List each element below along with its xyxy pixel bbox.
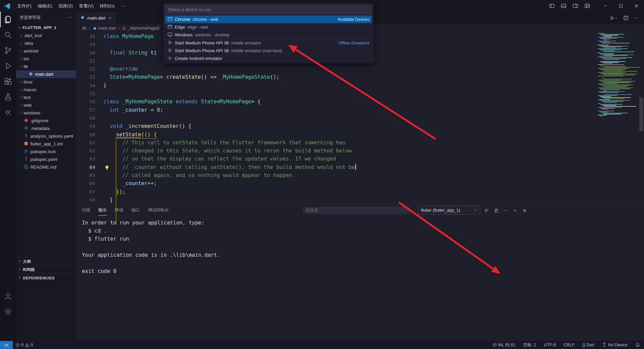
problems-status[interactable]: 0 0 (15, 343, 33, 347)
code-line-57[interactable]: 57int _counter = 0; (76, 106, 644, 114)
code-line-53[interactable]: 53State<MyHomePage> createState() => _My… (76, 73, 644, 81)
tree-item-macos[interactable]: macos (16, 86, 76, 94)
activity-search[interactable] (0, 27, 16, 43)
activity-accounts[interactable] (0, 288, 16, 304)
code-line-54[interactable]: 54} (76, 81, 644, 90)
menu-item[interactable]: 编辑(E) (35, 0, 55, 12)
remote-indicator[interactable] (0, 341, 13, 349)
quick-pick-input[interactable] (165, 5, 372, 14)
activity-explorer[interactable] (0, 12, 16, 27)
tree-item-flutter-app-1-iml[interactable]: flutter_app_1.iml (16, 140, 76, 148)
notifications-bell-button[interactable] (635, 343, 640, 347)
tree-item-web[interactable]: web (16, 101, 76, 109)
tree-item-lib[interactable]: lib (16, 63, 76, 70)
panel-tab-输出[interactable]: 输出 (98, 205, 107, 216)
device-item[interactable]: Create Android emulator (165, 55, 372, 62)
run-or-debug-button[interactable] (609, 15, 618, 21)
breadcrumb-item[interactable]: main.dart (93, 26, 116, 31)
menu-item[interactable]: 文件(F) (14, 0, 35, 12)
sidebar-more-actions-icon[interactable] (68, 15, 73, 21)
minimap[interactable] (598, 33, 638, 117)
device-item[interactable]: Start Medium Phone API 36mobile emulator… (165, 39, 372, 47)
tree-item-linux[interactable]: linux (16, 78, 76, 86)
project-root-row[interactable]: FLUTTER_APP_1 (16, 24, 76, 32)
activity-references[interactable] (0, 105, 16, 120)
code-line-60[interactable]: 60setState(() { (76, 131, 644, 139)
editor-more-actions-button[interactable] (634, 15, 639, 21)
tree-item-android[interactable]: android (16, 47, 76, 55)
tree-item--dart-tool[interactable]: .dart_tool (16, 32, 76, 39)
status--dart[interactable]: {} Dart (582, 343, 594, 347)
tree-item-windows[interactable]: windows (16, 109, 76, 117)
activity-extensions[interactable] (0, 74, 16, 89)
status--64-81[interactable]: 行 64, 列 81 (493, 342, 515, 348)
code-line-56[interactable]: 56class _MyHomePageState extends State<M… (76, 98, 644, 106)
device-item[interactable]: Start Medium Phone API 36mobile emulator… (165, 47, 372, 55)
code-line-68[interactable]: 68} (76, 196, 644, 204)
panel-tab-调试控制台[interactable]: 调试控制台 (148, 205, 169, 215)
panel-tab-问题[interactable]: 问题 (82, 205, 90, 215)
close-window-button[interactable] (629, 0, 644, 12)
code-line-61[interactable]: 61// This call to setState tells the Flu… (76, 139, 644, 147)
activity-testing[interactable] (0, 89, 16, 105)
toggle-word-wrap-button[interactable] (484, 208, 489, 213)
breadcrumb-item[interactable]: lib (82, 26, 87, 31)
split-editor-button[interactable] (623, 15, 629, 21)
maximize-panel-button[interactable] (513, 208, 518, 213)
sidebar-section-DEPENDENCIES[interactable]: DEPENDENCIES (16, 274, 76, 282)
code-line-66[interactable]: 66_counter++; (76, 179, 644, 187)
minimize-button[interactable] (598, 0, 613, 12)
panel-tab-端口[interactable]: 端口 (131, 205, 140, 215)
menu-item[interactable]: 转到(G) (97, 0, 118, 12)
tree-item-test[interactable]: test (16, 94, 76, 101)
status-crlf[interactable]: CRLF (564, 343, 575, 347)
code-line-64[interactable]: 64// _counter without calling setState()… (76, 163, 644, 171)
tree-item-pubspec-yaml[interactable]: pubspec.yaml (16, 155, 76, 163)
layout-panel-button[interactable] (561, 3, 567, 9)
activity-run-debug[interactable] (0, 58, 16, 74)
code-line-63[interactable]: 63// so that the display can reflect the… (76, 155, 644, 163)
close-icon (522, 208, 527, 213)
close-panel-button[interactable] (522, 208, 527, 213)
status-utf-8[interactable]: UTF-8 (544, 343, 556, 347)
tree-item-ios[interactable]: ios (16, 55, 76, 63)
editor-scrollbar[interactable] (639, 98, 643, 131)
code-line-58[interactable]: 58 (76, 114, 644, 122)
menu-more[interactable]: ··· (118, 0, 128, 12)
status-no-device[interactable]: No Device (602, 343, 627, 347)
code-line-62[interactable]: 62// changed in this State, which causes… (76, 147, 644, 155)
code-line-67[interactable]: 67}); (76, 188, 644, 196)
layout-sidebar-right-button[interactable] (573, 3, 578, 9)
lock-scroll-button[interactable] (494, 208, 499, 213)
code-line-55[interactable]: 55 (76, 90, 644, 98)
menu-item[interactable]: 选择(S) (55, 0, 76, 12)
output-channel-select[interactable]: flutter (flutter_app_1) (418, 206, 480, 215)
tree-item-pubspec-lock[interactable]: pubspec.lock (16, 148, 76, 155)
device-item[interactable]: Chromechrome - webAvailable Devices (165, 15, 372, 23)
tree-item--metadata[interactable]: .metadata (16, 125, 76, 132)
menu-item[interactable]: 查看(V) (76, 0, 96, 12)
tree-item-analysis-options-yaml[interactable]: analysis_options.yaml (16, 132, 76, 140)
status--2[interactable]: 空格: 2 (523, 342, 536, 348)
output-filter-input[interactable] (303, 207, 410, 214)
panel-more-actions-button[interactable] (503, 208, 508, 213)
device-item[interactable]: Edgeedge - web (165, 23, 372, 31)
maximize-button[interactable] (613, 0, 629, 12)
tab-close-icon[interactable] (108, 16, 112, 20)
activity-settings[interactable] (0, 304, 16, 319)
code-line-52[interactable]: 52@override (76, 65, 644, 73)
device-item[interactable]: Windowswindows - desktop (165, 31, 372, 39)
tree-item--idea[interactable]: .idea (16, 39, 76, 47)
tab-main-dart[interactable]: main.dart (76, 12, 117, 24)
code-line-59[interactable]: 59void _incrementCounter() { (76, 122, 644, 130)
sidebar-section-大纲[interactable]: 大纲 (16, 257, 76, 266)
breadcrumb-item[interactable]: _MyHomePageS (122, 26, 160, 31)
sidebar-section-时间线[interactable]: 时间线 (16, 266, 76, 274)
layout-sidebar-left-button[interactable] (549, 3, 555, 9)
tree-item-readme-md[interactable]: README.md (16, 163, 76, 171)
activity-source-control[interactable] (0, 43, 16, 58)
tree-item-main-dart[interactable]: main.dart (16, 70, 76, 78)
tree-item--gitignore[interactable]: .gitignore (16, 117, 76, 125)
layout-custom-button[interactable] (584, 3, 590, 9)
code-line-65[interactable]: 65// called again, and so nothing would … (76, 171, 644, 179)
